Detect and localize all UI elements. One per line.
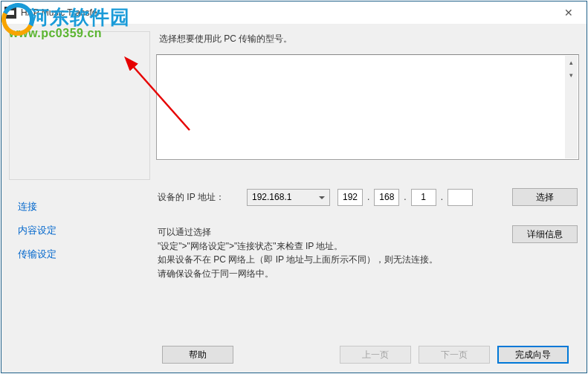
app-window: HAP Music Transfer ✕ 连接 内容设定 传输设定 选择想要使用… bbox=[1, 1, 587, 373]
info-line-3: 请确保设备位于同一网络中。 bbox=[158, 267, 502, 281]
details-button[interactable]: 详细信息 bbox=[512, 225, 578, 243]
help-button[interactable]: 帮助 bbox=[162, 346, 233, 364]
ip-prefix-value: 192.168.1 bbox=[252, 192, 291, 202]
watermark-url: www.pc0359.cn bbox=[9, 27, 102, 40]
nav-transfer-settings[interactable]: 传输设定 bbox=[15, 242, 144, 266]
main-panel: 选择想要使用此 PC 传输的型号。 ▴ ▾ 设备的 IP 地址： 192.168… bbox=[156, 31, 579, 329]
ip-label: 设备的 IP 地址： bbox=[158, 191, 239, 204]
ip-octet-1[interactable]: 192 bbox=[337, 189, 363, 206]
dot-icon: . bbox=[404, 192, 406, 202]
info-text: 可以通过选择 "设定">"网络设定">"连接状态"来检查 IP 地址。 如果设备… bbox=[158, 225, 502, 280]
ip-address-row: 设备的 IP 地址： 192.168.1 192 . 168 . 1 . 选择 bbox=[156, 188, 579, 206]
close-button[interactable]: ✕ bbox=[554, 2, 584, 23]
dot-icon: . bbox=[441, 192, 443, 202]
scroll-down-icon[interactable]: ▾ bbox=[565, 68, 578, 81]
dot-icon: . bbox=[367, 192, 369, 202]
device-list-content bbox=[158, 57, 563, 158]
ip-prefix-select[interactable]: 192.168.1 bbox=[247, 189, 330, 206]
scroll-up-icon[interactable]: ▴ bbox=[565, 56, 578, 68]
info-line-0: 可以通过选择 bbox=[158, 225, 502, 239]
sidebar-nav: 连接 内容设定 传输设定 bbox=[9, 186, 150, 329]
sidebar-image-placeholder bbox=[9, 31, 150, 180]
app-icon bbox=[4, 7, 16, 19]
sidebar: 连接 内容设定 传输设定 bbox=[9, 31, 150, 329]
instruction-text: 选择想要使用此 PC 传输的型号。 bbox=[156, 31, 579, 48]
content-area: 连接 内容设定 传输设定 选择想要使用此 PC 传输的型号。 ▴ ▾ 设备的 I… bbox=[1, 24, 587, 337]
footer: 帮助 上一页 下一页 完成向导 bbox=[1, 337, 587, 373]
info-line-2: 如果设备不在 PC 网络上（即 IP 地址与上面所示不同），则无法连接。 bbox=[158, 253, 502, 267]
nav-connect[interactable]: 连接 bbox=[15, 195, 144, 219]
finish-button[interactable]: 完成向导 bbox=[497, 346, 569, 364]
next-button: 下一页 bbox=[419, 346, 490, 364]
info-row: 可以通过选择 "设定">"网络设定">"连接状态"来检查 IP 地址。 如果设备… bbox=[156, 225, 579, 280]
ip-octet-2[interactable]: 168 bbox=[374, 189, 399, 206]
ip-octet-4[interactable] bbox=[448, 189, 473, 206]
prev-button: 上一页 bbox=[340, 346, 411, 364]
info-line-1: "设定">"网络设定">"连接状态"来检查 IP 地址。 bbox=[158, 239, 502, 254]
nav-content-settings[interactable]: 内容设定 bbox=[15, 219, 144, 242]
device-listbox[interactable]: ▴ ▾ bbox=[156, 54, 579, 160]
listbox-scrollbar[interactable]: ▴ ▾ bbox=[565, 56, 578, 158]
ip-octet-3[interactable]: 1 bbox=[411, 189, 436, 206]
select-button[interactable]: 选择 bbox=[512, 188, 578, 206]
